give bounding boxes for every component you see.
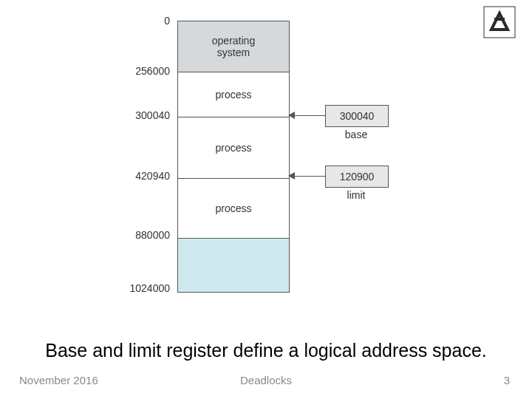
arrow-head-icon <box>288 172 295 180</box>
memory-segment: process <box>178 179 289 239</box>
base-register: 300040 <box>325 105 389 127</box>
address-label: 880000 <box>103 229 170 241</box>
arrow-line <box>294 115 325 116</box>
address-label: 300040 <box>103 109 170 121</box>
memory-diagram: operatingsystemprocessprocessprocess0256… <box>103 13 429 324</box>
arrow-line <box>294 176 325 177</box>
base-register-label: base <box>325 129 387 140</box>
slide-footer: November 2016 Deadlocks 3 <box>0 374 532 392</box>
memory-segment: process <box>178 72 289 117</box>
slide-caption: Base and limit register define a logical… <box>0 340 532 361</box>
address-label: 256000 <box>103 65 170 77</box>
arrow-head-icon <box>288 112 295 119</box>
memory-column: operatingsystemprocessprocessprocess <box>177 21 290 293</box>
address-label: 1024000 <box>103 282 170 294</box>
limit-register: 120900 <box>325 166 389 188</box>
memory-segment: process <box>178 117 289 179</box>
address-label: 0 <box>103 15 170 27</box>
limit-register-label: limit <box>325 189 387 201</box>
footer-title: Deadlocks <box>0 374 532 386</box>
memory-segment: operatingsystem <box>178 21 289 72</box>
address-label: 420940 <box>103 170 170 182</box>
memory-segment <box>178 239 289 292</box>
footer-pagenum: 3 <box>504 374 510 386</box>
institution-logo <box>483 6 516 41</box>
